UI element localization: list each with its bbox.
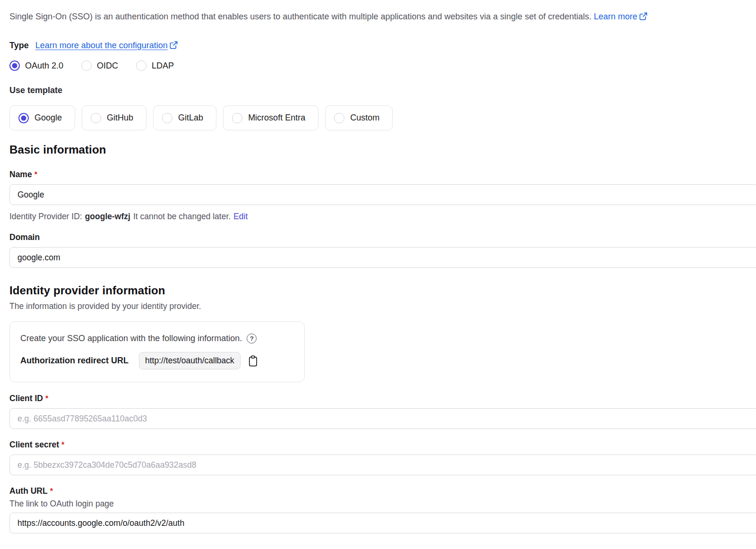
- template-github-radio[interactable]: [91, 113, 101, 123]
- help-icon[interactable]: ?: [247, 334, 257, 343]
- learn-more-link[interactable]: Learn more: [594, 12, 648, 21]
- external-link-icon: [169, 41, 178, 50]
- template-card-custom[interactable]: Custom: [325, 105, 393, 130]
- idp-id-prefix: Identity Provider ID:: [9, 212, 82, 222]
- radio-oauth2[interactable]: OAuth 2.0: [9, 60, 63, 71]
- template-card-google[interactable]: Google: [9, 105, 75, 130]
- idp-information-heading: Identity provider information: [9, 284, 756, 297]
- client-secret-input[interactable]: [9, 455, 756, 475]
- redirect-url-value: http://test/oauth/callback: [139, 352, 241, 369]
- sso-application-callout: Create your SSO application with the fol…: [9, 321, 305, 382]
- redirect-url-row: Authorization redirect URL http://test/o…: [20, 352, 294, 369]
- type-section-header: Type Learn more about the configuration: [9, 41, 756, 51]
- external-link-icon: [639, 12, 648, 21]
- idp-information-subheading: The information is provided by your iden…: [9, 301, 756, 311]
- idp-id-value: google-wfzj: [85, 212, 130, 222]
- client-id-label: Client ID *: [9, 394, 756, 403]
- radio-ldap-circle[interactable]: [136, 60, 146, 71]
- auth-url-input[interactable]: [9, 513, 756, 533]
- callout-instruction-text: Create your SSO application with the fol…: [20, 334, 242, 343]
- radio-ldap[interactable]: LDAP: [136, 60, 174, 71]
- template-gitlab-radio[interactable]: [162, 113, 172, 123]
- template-card-group: Google GitHub GitLab Microsoft Entra Cus…: [9, 105, 756, 130]
- configuration-docs-link[interactable]: Learn more about the configuration: [35, 41, 178, 51]
- auth-url-label: Auth URL *: [9, 486, 756, 496]
- sso-description: Single Sign-On (SSO) is an authenticatio…: [9, 11, 756, 22]
- client-secret-label: Client secret *: [9, 440, 756, 450]
- required-marker: *: [61, 441, 64, 449]
- domain-input[interactable]: [9, 247, 756, 268]
- copy-icon: [248, 355, 258, 367]
- template-card-github[interactable]: GitHub: [82, 105, 146, 130]
- sso-config-form: Single Sign-On (SSO) is an authenticatio…: [0, 0, 756, 533]
- required-marker: *: [50, 487, 53, 496]
- auth-url-help-text: The link to OAuth login page: [9, 499, 756, 509]
- client-id-input[interactable]: [9, 408, 756, 429]
- domain-label: Domain: [9, 232, 756, 242]
- required-marker: *: [34, 171, 37, 179]
- callout-instruction-row: Create your SSO application with the fol…: [20, 334, 294, 343]
- template-card-microsoft-entra[interactable]: Microsoft Entra: [223, 105, 318, 130]
- required-marker: *: [45, 395, 48, 403]
- basic-information-heading: Basic information: [9, 143, 756, 156]
- type-label: Type: [9, 41, 29, 51]
- copy-redirect-url-button[interactable]: [248, 355, 258, 367]
- idp-id-suffix: It cannot be changed later.: [133, 212, 231, 222]
- template-google-radio[interactable]: [18, 113, 29, 123]
- template-microsoft-entra-radio[interactable]: [232, 113, 242, 123]
- radio-oauth2-circle[interactable]: [9, 60, 20, 71]
- use-template-label: Use template: [9, 86, 756, 95]
- template-custom-radio[interactable]: [334, 113, 344, 123]
- identity-provider-id-line: Identity Provider ID: google-wfzj It can…: [9, 212, 756, 222]
- sso-description-text: Single Sign-On (SSO) is an authenticatio…: [9, 12, 592, 21]
- type-radio-group: OAuth 2.0 OIDC LDAP: [9, 60, 756, 71]
- template-card-gitlab[interactable]: GitLab: [153, 105, 216, 130]
- edit-idp-id-link[interactable]: Edit: [233, 212, 248, 222]
- radio-oidc-circle[interactable]: [81, 60, 92, 71]
- name-label: Name *: [9, 170, 756, 180]
- name-input[interactable]: [9, 184, 756, 205]
- redirect-url-label: Authorization redirect URL: [20, 356, 129, 366]
- radio-oidc[interactable]: OIDC: [81, 60, 118, 71]
